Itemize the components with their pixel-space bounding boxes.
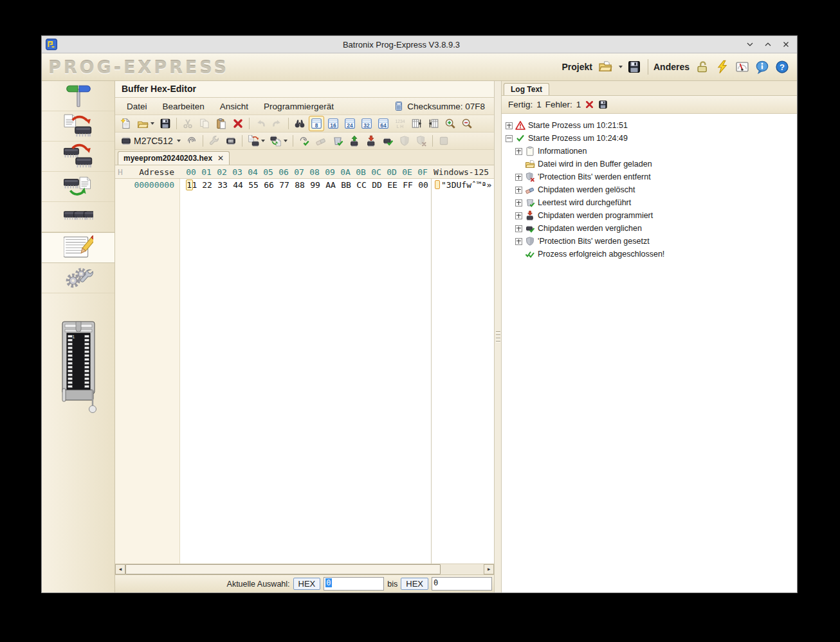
tree-expander-plus-icon[interactable] — [515, 212, 522, 219]
chip-id-button[interactable] — [223, 133, 239, 149]
buffer-tab[interactable]: myeeprom20240203.hex ✕ — [118, 151, 230, 165]
blank-check-button[interactable] — [330, 133, 345, 149]
tab-close-icon[interactable]: ✕ — [217, 155, 224, 161]
width-32-button[interactable]: 32 — [359, 116, 374, 131]
scroll-left-icon[interactable]: ◀ — [115, 564, 125, 574]
find-button[interactable] — [292, 116, 307, 131]
tree-expander-minus-icon[interactable] — [506, 135, 513, 142]
ascii-column[interactable]: "3DUfwˆ™ª» — [431, 179, 494, 564]
menu-datei[interactable]: Datei — [119, 100, 155, 113]
minimize-icon[interactable] — [745, 40, 754, 49]
hex-from-button[interactable]: HEX — [293, 578, 321, 590]
open-file-button[interactable] — [135, 116, 156, 131]
byte-cell[interactable]: DD — [369, 180, 385, 190]
save-file-button[interactable] — [158, 116, 173, 131]
info-button[interactable] — [754, 59, 771, 75]
log-entry[interactable]: Starte Prozess um 10:21:51 — [506, 119, 794, 132]
sidebar-item-hex-editor[interactable] — [42, 232, 114, 263]
menu-programmiergert[interactable]: Programmiergerät — [256, 100, 342, 113]
selection-to-field[interactable]: 0 — [432, 577, 492, 591]
sidebar-item-chip-to-chip-large[interactable] — [42, 142, 114, 172]
tree-expander-plus-icon[interactable] — [515, 174, 522, 181]
sidebar-item-mass-production[interactable] — [42, 202, 114, 232]
ascii-row[interactable]: "3DUfwˆ™ª» — [432, 179, 494, 190]
open-project-caret-icon[interactable] — [619, 66, 623, 68]
hex-to-button[interactable]: HEX — [401, 578, 428, 590]
width-16-button[interactable]: 16 — [325, 116, 341, 131]
read-chip-button[interactable] — [347, 133, 362, 149]
byte-cell[interactable]: 11 — [184, 180, 199, 190]
save-log-button[interactable] — [598, 100, 608, 109]
tree-expander-plus-icon[interactable] — [515, 238, 522, 245]
dropdown-caret-icon[interactable] — [177, 140, 181, 142]
byte-cell[interactable]: 33 — [215, 180, 230, 190]
log-entry[interactable]: 'Protection Bits' werden gesetzt — [515, 235, 794, 248]
chip-to-file-button[interactable] — [268, 133, 289, 149]
flash-button[interactable] — [714, 59, 731, 75]
byte-cell[interactable]: 66 — [261, 180, 277, 190]
width-64-button[interactable]: 64 — [376, 116, 391, 131]
verify-chip-button[interactable] — [380, 133, 396, 149]
help-button[interactable]: ? — [774, 59, 790, 75]
scrollbar-thumb[interactable] — [125, 564, 441, 574]
delete-button[interactable] — [230, 116, 246, 131]
scrollbar-track[interactable] — [125, 564, 484, 574]
zoom-in-button[interactable] — [443, 116, 458, 131]
panel-splitter[interactable] — [494, 81, 502, 592]
log-entry[interactable]: Starte Prozess um 10:24:49 — [506, 132, 794, 145]
tree-expander-plus-icon[interactable] — [515, 148, 522, 155]
byte-cell[interactable]: AA — [323, 180, 338, 190]
log-entry[interactable]: Leertest wird durchgeführt — [515, 196, 794, 209]
log-entry[interactable]: Datei wird in den Buffer geladen — [515, 158, 794, 170]
menu-bearbeiten[interactable]: Bearbeiten — [155, 100, 212, 113]
dropdown-caret-icon[interactable] — [284, 140, 288, 142]
byte-cell[interactable]: 77 — [277, 180, 292, 190]
unlock-button[interactable] — [694, 59, 711, 75]
file-to-chip-button[interactable] — [246, 133, 267, 149]
log-entry[interactable]: Prozess erfolgreich abgeschlossen! — [515, 248, 794, 261]
tree-expander-plus-icon[interactable] — [506, 122, 513, 129]
dropdown-caret-icon[interactable] — [151, 122, 154, 125]
identify-chip-button[interactable] — [297, 133, 312, 149]
log-entry[interactable]: Informationen — [515, 145, 794, 158]
byte-cell[interactable]: 99 — [307, 180, 323, 190]
dropdown-caret-icon[interactable] — [261, 140, 265, 142]
insert-column-left-button[interactable] — [409, 116, 425, 131]
horizontal-scrollbar[interactable]: ◀ ▶ — [115, 564, 494, 574]
device-selector-button[interactable]: M27C512 — [118, 133, 183, 149]
insert-column-right-button[interactable] — [426, 116, 441, 131]
bytes-column[interactable]: 112233445566778899AABBCCDDEEFF00 — [180, 179, 431, 564]
width-8-button[interactable]: 8 — [309, 116, 324, 131]
delete-log-button[interactable] — [585, 100, 594, 109]
sidebar-item-settings[interactable] — [42, 263, 114, 293]
byte-cell[interactable]: 88 — [292, 180, 307, 190]
sidebar-item-signpost[interactable] — [42, 81, 114, 111]
paste-button[interactable] — [214, 116, 229, 131]
byte-cell[interactable]: 00 — [415, 180, 431, 190]
new-file-button[interactable] — [118, 116, 134, 131]
log-text-tab[interactable]: Log Text — [504, 83, 549, 95]
menu-ansicht[interactable]: Ansicht — [212, 100, 256, 113]
maximize-icon[interactable] — [763, 40, 772, 49]
zoom-out-button[interactable] — [459, 116, 475, 131]
sidebar-item-chip-to-file-large[interactable] — [42, 172, 114, 202]
byte-cell[interactable]: 44 — [230, 180, 246, 190]
log-entry[interactable]: 'Protection Bits' werden entfernt — [515, 170, 794, 183]
byte-cell[interactable]: BB — [338, 180, 354, 190]
save-project-button[interactable] — [626, 59, 643, 75]
gauge-button[interactable] — [734, 59, 751, 75]
tree-expander-plus-icon[interactable] — [515, 199, 522, 206]
sidebar-item-file-to-chip-large[interactable] — [42, 111, 114, 142]
log-entry[interactable]: Chipdaten werden gelöscht — [515, 183, 794, 196]
byte-cell[interactable]: EE — [385, 180, 400, 190]
byte-row[interactable]: 112233445566778899AABBCCDDEEFF00 — [180, 179, 431, 190]
byte-cell[interactable]: CC — [354, 180, 369, 190]
open-project-button[interactable] — [597, 59, 614, 75]
scroll-right-icon[interactable]: ▶ — [484, 564, 494, 574]
tree-expander-plus-icon[interactable] — [515, 187, 522, 194]
byte-cell[interactable]: FF — [400, 180, 415, 190]
tree-expander-plus-icon[interactable] — [515, 225, 522, 232]
width-24-button[interactable]: 24 — [342, 116, 358, 131]
byte-cell[interactable]: 22 — [199, 180, 215, 190]
fingerprint-button[interactable] — [184, 133, 199, 149]
